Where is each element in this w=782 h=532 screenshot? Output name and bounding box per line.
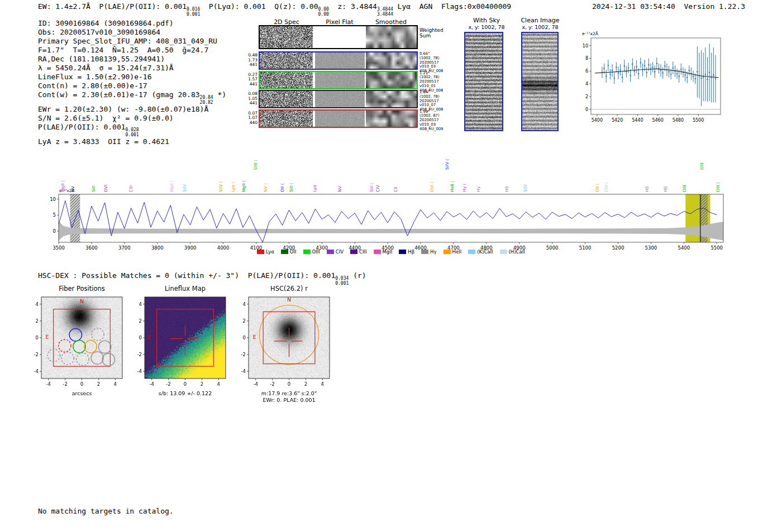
x-tick-label: 3500 (53, 245, 65, 251)
lineflux-caption: s/b: 13.09 +/- 0.122 (136, 390, 235, 396)
legend-label: CIV (336, 249, 344, 255)
fiber-circle (77, 353, 89, 365)
emission-line-label: SiII ( (369, 183, 374, 192)
legend-item: CIV (327, 249, 344, 255)
emission-line-label: SiIV (523, 184, 528, 192)
emission-line-label: CIV (375, 185, 380, 192)
info-line-text: Primary Spec_Slot_IFU_AMP: 408_031_049_R… (38, 37, 217, 45)
compass-north-label: N (287, 296, 291, 303)
y-tick-label: 0 (36, 335, 39, 341)
data-point (693, 75, 694, 76)
withsky-title: With Sky (461, 17, 512, 24)
x-tick-label: 5500 (693, 118, 704, 123)
legend-swatch (444, 250, 451, 254)
x-tick-label: 4 (217, 381, 220, 387)
clean-image (521, 32, 559, 131)
spec2d-row (259, 51, 418, 70)
emission-line-label: OII ( (280, 183, 285, 192)
emission-line-label: OIII ( (716, 182, 721, 192)
data-point (686, 77, 688, 78)
data-point (676, 73, 678, 74)
x-tick-label: 0 (288, 381, 290, 387)
x-tick-label: 5480 (673, 118, 684, 123)
data-point (697, 71, 698, 72)
withsky-image (464, 32, 503, 131)
x-tick-label: 4 (321, 381, 324, 387)
legend-swatch (281, 250, 288, 254)
emission-line-label: OIII ( (253, 160, 258, 170)
legend-swatch (421, 250, 428, 254)
emission-line-label: NV (337, 185, 342, 192)
y-tick-label: 2 (243, 318, 246, 324)
y-tick-label: -4 (34, 368, 39, 374)
legend-item: (H)CaII (500, 249, 525, 255)
y-tick-label: -4 (241, 368, 246, 374)
emission-line-label: SiIV ( (218, 181, 223, 192)
clean-image-panel: Clean Image x, y: 1002, 78 (516, 17, 564, 135)
zoom-spectrum-plot: 5400542054405460548055000246810e⁻¹⁷x2Å (581, 27, 760, 133)
spec2d-row (259, 71, 418, 89)
y-tick-label: 2 (36, 318, 39, 324)
x-tick-label: 5100 (579, 245, 592, 251)
x-tick-label: 2 (201, 381, 203, 387)
x-tick-label: 3700 (118, 245, 131, 251)
info-line: Cont(n) = 2.80(±0.00)e-17 (38, 82, 226, 90)
legend-swatch (303, 250, 311, 254)
spec2d-image (260, 72, 313, 88)
data-point (656, 63, 657, 64)
data-point (678, 75, 679, 76)
fiber-circle (84, 341, 97, 353)
fiber-weight-labels: 0.271.57441 (248, 73, 258, 87)
data-point (662, 73, 663, 74)
pixelflat-image (315, 72, 365, 88)
summary-header-supsub: 0.0160.001 (187, 7, 200, 17)
clean-image-title: Clean Image (516, 17, 564, 24)
info-line-text: Obs: 20200517v010_3090169864 (38, 28, 160, 36)
emission-line-label: Lyα ( (231, 182, 236, 192)
fiber-circle (91, 352, 103, 364)
legend-item: HeII (444, 249, 462, 255)
data-point (689, 70, 690, 71)
x-tick-label: 5300 (645, 245, 657, 251)
lineflux-map-overlay: NE-4-4-2-2002244 (136, 285, 242, 405)
data-point (713, 74, 714, 75)
spectrum-line (59, 201, 717, 243)
data-point (634, 70, 635, 71)
legend-item: MgII (374, 249, 393, 255)
data-point (622, 77, 623, 78)
data-point (608, 65, 609, 66)
info-line: F=1.7" T=0.124 N̄=1.25 A=0.50 ḡ=24.7 (38, 46, 226, 55)
summary-header-text: EW: 1.4±2.7Å P(LAE)/P(OII): 0.001 (38, 2, 187, 11)
info-line-text: F=1.7" T=0.124 N̄=1.25 A=0.50 ḡ=24.7 (38, 46, 208, 54)
x-tick-label: 4 (114, 381, 117, 387)
hsc-cutout-panel: HSC(26.2) r NE-4-4-2-2002244 m:17.9 re:3… (240, 285, 346, 405)
legend-label: OIII (312, 249, 320, 255)
legend-swatch (350, 250, 357, 254)
x-tick-label: 5500 (711, 245, 723, 251)
y-axis-label: e⁻¹⁷x2Å (582, 31, 599, 36)
x-tick-label: -4 (149, 381, 154, 387)
legend-label: OII (290, 249, 297, 255)
emission-line-label: HeII ( (450, 181, 455, 192)
emission-line-label: SiIV ( (445, 159, 450, 170)
legend-swatch (374, 250, 381, 254)
legend-label: Hβ (408, 249, 414, 255)
spec2d-image (260, 91, 313, 107)
withsky-coords: x, y: 1002, 78 (461, 24, 512, 30)
data-point (680, 69, 681, 70)
fiber-circle (69, 329, 82, 341)
hsc-match-line-text: HSC-DEX : Possible Matches = 0 (within +… (38, 271, 335, 280)
ifu-footprint-square (157, 309, 214, 366)
data-point (673, 67, 674, 68)
legend-swatch (399, 250, 406, 254)
data-point (644, 65, 645, 66)
emission-line-label: MgII ( (60, 180, 65, 192)
y-tick-label: 0 (53, 228, 56, 234)
fiber-xlabel: arcsecs (32, 390, 131, 396)
legend-label: Hγ (430, 249, 436, 255)
y-tick-label: -2 (241, 352, 246, 357)
hsc-match-line-text: (r) (349, 271, 366, 280)
y-tick-label: 4 (243, 301, 246, 307)
data-point (630, 75, 631, 76)
x-tick-label: 2 (304, 381, 307, 387)
